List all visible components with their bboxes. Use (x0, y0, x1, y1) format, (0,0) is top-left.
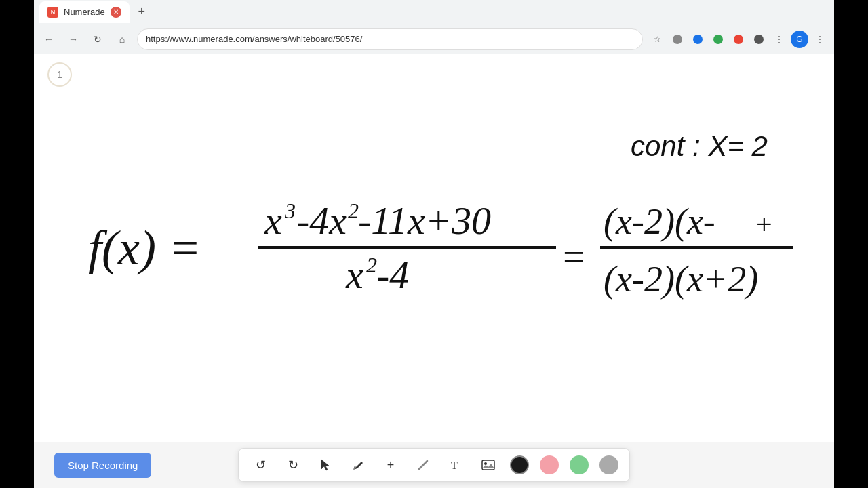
profile-icon[interactable]: G (791, 30, 808, 48)
svg-text:-4: -4 (376, 253, 409, 297)
add-tool-button[interactable]: + (380, 454, 401, 476)
svg-text:2: 2 (366, 253, 377, 277)
pen-tool-button[interactable] (347, 454, 369, 476)
browser-toolbar-icons: ☆ ⋮ G ⋮ (648, 30, 829, 48)
browser-toolbar: ← → ↻ ⌂ https://www.numerade.com/answers… (34, 24, 834, 54)
bottom-bar: Stop Recording ↺ ↻ (34, 442, 834, 488)
ext-icon-4[interactable] (730, 30, 747, 48)
svg-point-2 (713, 35, 723, 44)
browser-titlebar: N Numerade ✕ + (34, 0, 834, 24)
tab-close-button[interactable]: ✕ (111, 7, 121, 18)
color-green[interactable] (570, 455, 589, 474)
select-tool-button[interactable] (315, 454, 336, 476)
back-button[interactable]: ← (39, 30, 58, 49)
svg-text:(x-2)(x-: (x-2)(x- (604, 201, 715, 242)
drawing-toolbar: ↺ ↻ + (238, 448, 630, 482)
color-pink[interactable] (540, 455, 559, 474)
svg-point-4 (754, 35, 764, 44)
math-area: cont : X= 2 f(x) = x 3 -4x 2 -11x+30 x 2… (68, 95, 800, 434)
active-tab[interactable]: N Numerade ✕ (39, 1, 130, 23)
tab-title: Numerade (64, 7, 105, 17)
svg-text:2: 2 (348, 199, 359, 223)
svg-text:-4x: -4x (296, 199, 347, 243)
svg-text:T: T (451, 460, 458, 471)
svg-text:-11x+30: -11x+30 (358, 199, 491, 243)
color-gray[interactable] (599, 455, 618, 474)
browser-window: N Numerade ✕ + ← → ↻ ⌂ https://www.numer… (34, 0, 834, 488)
content-area: 1 cont : X= 2 f(x) = x 3 -4x 2 -11x+30 (34, 54, 834, 488)
svg-line-21 (419, 461, 427, 469)
text-tool-button[interactable]: T (445, 454, 467, 476)
svg-text:=: = (563, 235, 585, 279)
address-bar[interactable]: https://www.numerade.com/answers/whitebo… (137, 28, 643, 50)
refresh-button[interactable]: ↻ (88, 30, 107, 49)
whiteboard: 1 cont : X= 2 f(x) = x 3 -4x 2 -11x+30 (34, 54, 834, 488)
tab-bar: N Numerade ✕ + (39, 1, 151, 23)
svg-point-1 (693, 35, 703, 44)
svg-point-3 (734, 35, 743, 44)
svg-text:+: + (756, 209, 772, 240)
undo-button[interactable]: ↺ (250, 454, 271, 476)
slash-tool-button[interactable] (412, 454, 434, 476)
image-tool-button[interactable] (477, 454, 499, 476)
svg-text:x: x (264, 199, 282, 243)
svg-text:x: x (345, 253, 363, 297)
svg-text:(x-2)(x+2): (x-2)(x+2) (604, 259, 758, 300)
svg-point-24 (484, 462, 487, 465)
extensions-icon[interactable] (669, 30, 686, 48)
svg-text:cont : X= 2: cont : X= 2 (631, 130, 768, 162)
url-text: https://www.numerade.com/answers/whitebo… (146, 34, 362, 44)
ext-icon-3[interactable] (709, 30, 727, 48)
svg-point-0 (673, 35, 682, 44)
bookmark-star-icon[interactable]: ☆ (648, 30, 666, 48)
ext-icon-2[interactable] (689, 30, 707, 48)
svg-text:f(x) =: f(x) = (88, 221, 201, 275)
page-number: 1 (47, 62, 72, 87)
ext-icon-5[interactable] (750, 30, 768, 48)
new-tab-button[interactable]: + (132, 3, 151, 22)
more-tools-icon[interactable]: ⋮ (770, 30, 788, 48)
svg-text:3: 3 (284, 199, 296, 223)
home-button[interactable]: ⌂ (113, 30, 132, 49)
tab-favicon: N (47, 7, 58, 18)
forward-button[interactable]: → (64, 30, 83, 49)
color-black[interactable] (510, 455, 529, 474)
redo-button[interactable]: ↻ (282, 454, 304, 476)
stop-recording-button[interactable]: Stop Recording (54, 453, 151, 478)
menu-icon[interactable]: ⋮ (811, 30, 829, 48)
